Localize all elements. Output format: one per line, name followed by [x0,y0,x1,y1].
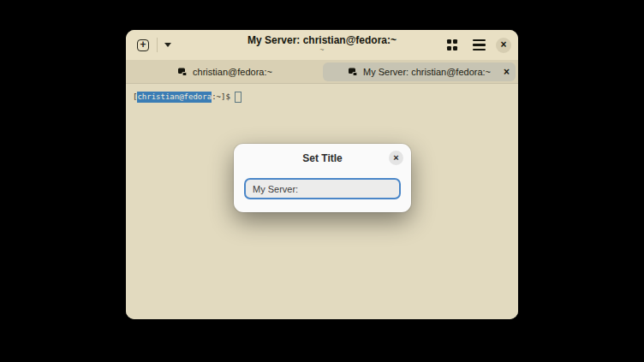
shell-prompt: [christian@fedora:~]$ [133,92,511,103]
tab-christian-fedora[interactable]: christian@fedora:~ [128,62,321,81]
headerbar-left-controls: + [133,35,175,56]
new-tab-button[interactable]: + [133,35,153,56]
tab-label: My Server: christian@fedora:~ [363,67,491,77]
terminal-tab-icon [177,67,188,77]
title-input[interactable] [244,178,401,199]
window-subtitle: ~ [247,46,397,55]
prompt-rest: :~]$ [212,92,230,103]
headerbar: + My Server: christian@fedora:~ ~ [126,30,518,60]
tab-overview-button[interactable] [443,36,462,55]
close-icon: × [393,153,398,163]
menu-button[interactable] [469,36,488,55]
terminal-tab-icon [348,67,358,77]
hamburger-menu-icon [473,39,486,50]
close-icon: × [504,66,510,78]
window-title: My Server: christian@fedora:~ [247,35,397,46]
terminal-cursor [235,92,242,103]
dialog-close-button[interactable]: × [389,151,403,165]
close-icon: × [500,39,506,50]
prompt-selected-text: christian@fedora [137,92,212,103]
tab-label: christian@fedora:~ [193,67,272,77]
header-separator [157,38,158,52]
set-title-dialog: Set Title × [234,144,411,212]
desktop-background: + My Server: christian@fedora:~ ~ [0,0,644,362]
dialog-title: Set Title [234,152,411,164]
tab-bar: christian@fedora:~ My Server: christian@… [126,60,518,84]
chevron-down-icon [164,43,171,47]
grid-icon [447,39,458,50]
headerbar-right-controls: × [443,36,511,55]
window-close-button[interactable]: × [496,38,511,53]
tab-close-button[interactable]: × [504,67,510,77]
new-tab-icon: + [137,39,149,51]
tab-switcher-button[interactable] [161,35,175,56]
window-title-block: My Server: christian@fedora:~ ~ [247,35,397,55]
tab-my-server[interactable]: My Server: christian@fedora:~ × [323,62,516,81]
